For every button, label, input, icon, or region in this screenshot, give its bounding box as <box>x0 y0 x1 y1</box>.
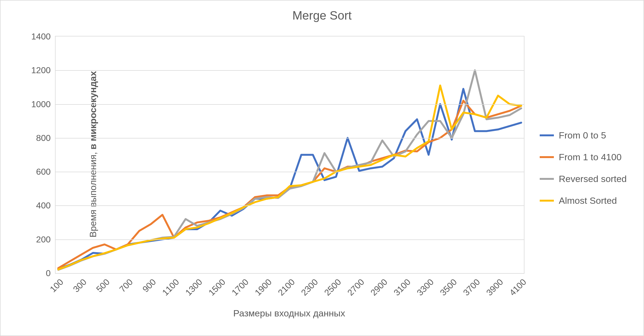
x-tick-label: 1100 <box>160 277 181 298</box>
x-tick-label: 2700 <box>346 277 367 298</box>
y-tick-label: 200 <box>36 234 51 244</box>
chart-frame: Merge Sort Время выполнения, в микросеку… <box>0 0 644 336</box>
y-tick-label: 800 <box>36 133 51 143</box>
x-tick-label: 3100 <box>392 277 413 298</box>
legend: From 0 to 5From 1 to 4100Reversed sorted… <box>540 124 627 211</box>
series-line <box>58 85 521 269</box>
gridline <box>56 239 524 240</box>
legend-label: From 1 to 4100 <box>559 152 622 162</box>
gridline <box>56 104 524 105</box>
legend-swatch <box>540 178 554 180</box>
x-tick-label: 900 <box>141 277 158 294</box>
legend-item: From 0 to 5 <box>540 124 627 146</box>
y-tick-label: 0 <box>46 268 51 278</box>
legend-item: Almost Sorted <box>540 190 627 211</box>
y-tick-label: 600 <box>36 167 51 177</box>
x-tick-label: 2500 <box>322 277 343 298</box>
gridline <box>56 205 524 206</box>
legend-swatch <box>540 156 554 158</box>
series-line <box>58 89 521 269</box>
x-tick-label: 1900 <box>253 277 274 298</box>
x-tick-label: 3900 <box>484 277 505 298</box>
y-tick-label: 1000 <box>31 99 51 109</box>
x-tick-label: 2100 <box>276 277 297 298</box>
x-tick-label: 4100 <box>508 277 529 298</box>
legend-swatch <box>540 134 554 136</box>
legend-label: From 0 to 5 <box>559 130 606 141</box>
x-tick-label: 2300 <box>299 277 320 298</box>
legend-item: Reversed sorted <box>540 168 627 190</box>
x-tick-label: 3300 <box>415 277 436 298</box>
plot-area: 0200400600800100012001400100300500700900… <box>55 36 524 274</box>
x-tick-label: 300 <box>71 277 88 294</box>
x-tick-label: 1300 <box>184 277 205 298</box>
legend-swatch <box>540 200 554 202</box>
legend-item: From 1 to 4100 <box>540 146 627 168</box>
legend-label: Reversed sorted <box>559 174 627 184</box>
x-axis-title: Размеры входных данных <box>55 308 523 319</box>
x-tick-label: 1500 <box>207 277 228 298</box>
x-tick-label: 3700 <box>461 277 482 298</box>
y-tick-label: 400 <box>36 201 51 211</box>
gridline <box>56 172 524 172</box>
x-tick-label: 700 <box>117 277 135 294</box>
chart-title: Merge Sort <box>1 9 643 22</box>
gridline <box>56 138 524 138</box>
y-tick-label: 1400 <box>31 32 51 42</box>
x-tick-label: 3500 <box>438 277 459 298</box>
x-tick-label: 100 <box>48 277 65 294</box>
x-tick-label: 1700 <box>230 277 251 298</box>
legend-label: Almost Sorted <box>559 195 617 206</box>
chart-lines <box>56 36 524 273</box>
x-tick-label: 500 <box>94 277 112 294</box>
x-tick-label: 2900 <box>369 277 390 298</box>
y-tick-label: 1200 <box>31 65 51 75</box>
gridline <box>56 70 524 71</box>
